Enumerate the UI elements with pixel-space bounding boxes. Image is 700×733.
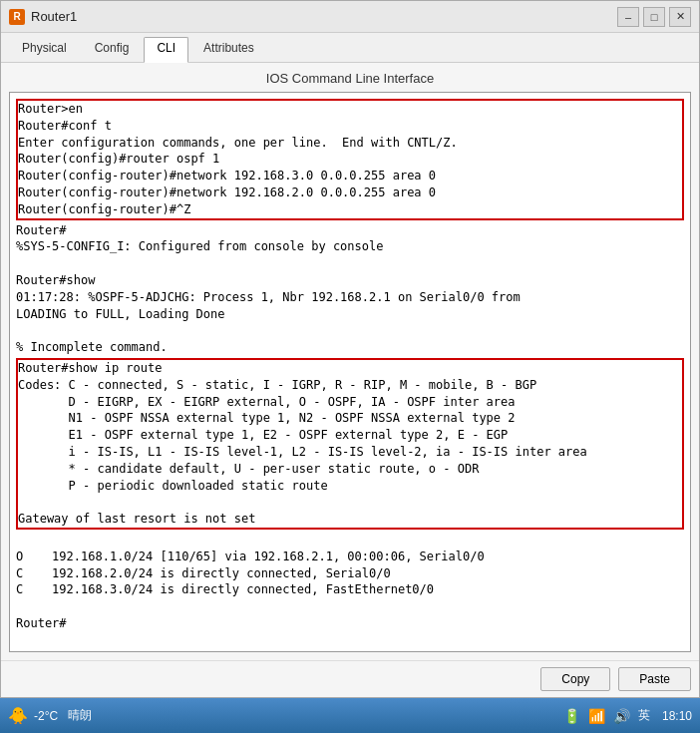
paste-button[interactable]: Paste — [618, 667, 691, 691]
taskbar: 🐥 -2°C 晴朗 🔋 📶 🔊 英 18:10 — [0, 698, 700, 733]
router-window: R Router1 – □ ✕ Physical Config CLI Attr… — [0, 0, 700, 698]
taskbar-time: 18:10 — [662, 709, 692, 723]
taskbar-weather: 晴朗 — [68, 707, 92, 724]
tabs-bar: Physical Config CLI Attributes — [1, 33, 699, 63]
tab-attributes[interactable]: Attributes — [190, 37, 267, 62]
tab-config[interactable]: Config — [82, 37, 143, 62]
taskbar-duck-icon: 🐥 — [8, 706, 28, 725]
taskbar-temp: -2°C — [34, 709, 58, 723]
window-title: Router1 — [31, 9, 617, 24]
cli-text-after-block1: Router# %SYS-5-CONFIG_I: Configured from… — [16, 222, 684, 356]
cli-block-1: Router>en Router#conf t Enter configurat… — [16, 99, 684, 220]
close-button[interactable]: ✕ — [669, 7, 691, 27]
taskbar-right: 🔋 📶 🔊 英 18:10 — [563, 707, 692, 724]
taskbar-wifi-icon: 📶 — [588, 708, 605, 724]
cli-block-1-text: Router>en Router#conf t Enter configurat… — [18, 101, 682, 218]
taskbar-volume-icon: 🔊 — [613, 708, 630, 724]
cli-container: Router>en Router#conf t Enter configurat… — [9, 92, 691, 652]
title-bar: R Router1 – □ ✕ — [1, 1, 699, 33]
section-title: IOS Command Line Interface — [9, 71, 691, 86]
cli-block-2: Router#show ip route Codes: C - connecte… — [16, 358, 684, 530]
taskbar-lang: 英 — [638, 707, 650, 724]
cli-text-after-block2: O 192.168.1.0/24 [110/65] via 192.168.2.… — [16, 532, 684, 632]
cli-output[interactable]: Router>en Router#conf t Enter configurat… — [10, 93, 690, 651]
window-controls: – □ ✕ — [617, 7, 691, 27]
window-icon: R — [9, 9, 25, 25]
cli-block-2-text: Router#show ip route Codes: C - connecte… — [18, 360, 682, 528]
content-area: IOS Command Line Interface Router>en Rou… — [1, 63, 699, 660]
button-bar: Copy Paste — [1, 660, 699, 697]
minimize-button[interactable]: – — [617, 7, 639, 27]
maximize-button[interactable]: □ — [643, 7, 665, 27]
taskbar-battery-icon: 🔋 — [563, 708, 580, 724]
tab-physical[interactable]: Physical — [9, 37, 80, 62]
tab-cli[interactable]: CLI — [144, 37, 188, 63]
copy-button[interactable]: Copy — [540, 667, 610, 691]
